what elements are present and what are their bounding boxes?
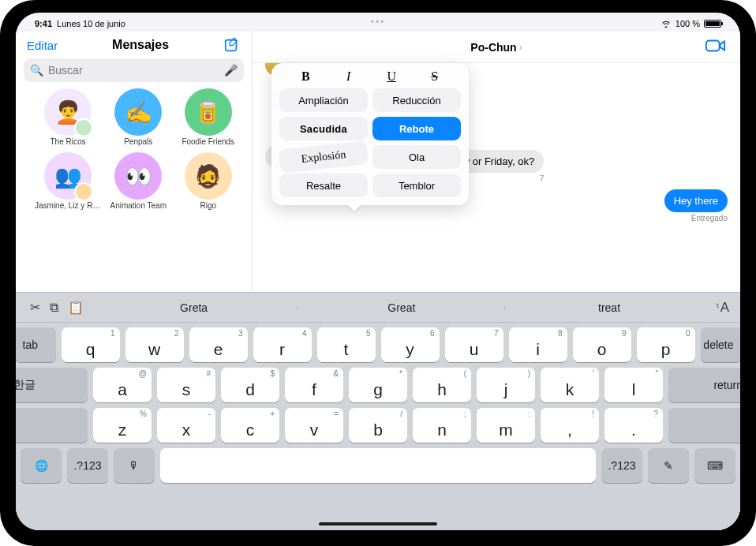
letter-key[interactable]: o9 xyxy=(573,327,631,362)
letter-key[interactable]: i8 xyxy=(509,327,567,362)
svg-rect-1 xyxy=(706,41,720,51)
compose-icon[interactable] xyxy=(223,36,241,54)
effect-button[interactable]: Ola xyxy=(372,145,461,169)
letter-key[interactable]: x- xyxy=(157,408,215,443)
letter-key[interactable]: t5 xyxy=(317,327,376,362)
status-time: 9:41 xyxy=(35,19,52,28)
letter-key[interactable]: l" xyxy=(604,368,663,402)
letter-key[interactable]: ,! xyxy=(541,408,599,443)
globe-key[interactable]: 🌐 xyxy=(21,448,62,483)
return-key[interactable]: return xyxy=(668,368,740,402)
shift-key[interactable]: shift xyxy=(16,408,88,443)
tab-key[interactable]: tab xyxy=(16,327,56,362)
dismiss-keyboard-key[interactable]: ⌨ xyxy=(694,448,735,483)
facetime-icon[interactable] xyxy=(705,38,726,54)
numsym-key[interactable]: .?123 xyxy=(67,448,108,483)
letter-key[interactable]: j) xyxy=(477,368,535,402)
letter-key[interactable]: d$ xyxy=(221,368,279,402)
bold-button[interactable]: B xyxy=(294,69,317,84)
search-bar[interactable]: 🔍 🎤 xyxy=(24,58,244,82)
pinned-contact[interactable]: 👀 Animation Team xyxy=(106,152,171,210)
contact-label: The Ricos xyxy=(50,137,85,146)
onscreen-keyboard: ✂ ⧉ 📋 Greta Great treat ᵗA tab q1w2e3r4t… xyxy=(16,292,740,530)
letter-key[interactable]: p0 xyxy=(637,327,695,362)
delete-key[interactable]: delete xyxy=(701,327,741,362)
pinned-contacts-grid: 🧑‍🦱 The Ricos ✍️ Penpals 🥫 Foodie Friend… xyxy=(16,88,252,210)
text-format-icon[interactable]: ᵗA xyxy=(717,300,729,316)
letter-key[interactable]: s# xyxy=(157,368,215,402)
letter-key[interactable]: n; xyxy=(413,408,471,443)
text-effects-popover: B I U S AmpliaciónReducciónSacudidaRebot… xyxy=(271,63,469,205)
pinned-contact[interactable]: 🧔 Rigo xyxy=(176,152,241,210)
letter-key[interactable]: w2 xyxy=(125,327,184,362)
contact-label: Foodie Friends xyxy=(182,137,234,146)
effect-button[interactable]: Explosión xyxy=(279,140,369,174)
effect-button[interactable]: Resalte xyxy=(279,174,368,197)
search-input[interactable] xyxy=(48,64,219,77)
battery-pct: 100 % xyxy=(676,19,700,28)
letter-key[interactable]: a@ xyxy=(93,368,152,402)
letter-key[interactable]: r4 xyxy=(253,327,312,362)
conversation-title[interactable]: Po-Chun › xyxy=(470,41,522,54)
letter-key[interactable]: y6 xyxy=(381,327,440,362)
wifi-icon xyxy=(661,20,672,28)
chevron-right-icon: › xyxy=(519,42,522,53)
letter-key[interactable]: b/ xyxy=(349,408,407,443)
letter-key[interactable]: g* xyxy=(349,368,407,402)
contact-label: Penpals xyxy=(124,137,152,146)
letter-key[interactable]: h( xyxy=(413,368,471,402)
letter-key[interactable]: e3 xyxy=(189,327,248,362)
italic-button[interactable]: I xyxy=(337,69,361,84)
sidebar-title: Mensajes xyxy=(112,38,169,52)
effect-button[interactable]: Rebote xyxy=(372,117,461,140)
underline-button[interactable]: U xyxy=(380,69,403,84)
search-icon: 🔍 xyxy=(30,64,43,77)
copy-icon[interactable]: ⧉ xyxy=(47,301,62,315)
effect-button[interactable]: Ampliación xyxy=(279,88,368,112)
outgoing-bubble[interactable]: Hey there xyxy=(664,189,728,212)
suggestion[interactable]: treat xyxy=(505,301,713,314)
contact-label: Rigo xyxy=(200,201,216,210)
effect-button[interactable]: Sacudida xyxy=(279,117,368,140)
mic-icon[interactable]: 🎤 xyxy=(224,64,238,77)
contact-name: Po-Chun xyxy=(470,41,516,54)
edit-button[interactable]: Editar xyxy=(27,39,58,52)
home-indicator[interactable] xyxy=(319,522,437,525)
suggestion[interactable]: Great xyxy=(298,301,505,314)
cut-icon[interactable]: ✂ xyxy=(27,300,43,315)
multitask-dots-icon[interactable]: ••• xyxy=(371,17,386,28)
pinned-contact[interactable]: 🧑‍🦱 The Ricos xyxy=(35,88,101,146)
battery-icon xyxy=(704,20,721,28)
dictation-key[interactable]: 🎙 xyxy=(114,448,155,483)
status-date: Lunes 10 de junio xyxy=(57,19,125,28)
letter-key[interactable]: f& xyxy=(285,368,343,402)
pinned-contact[interactable]: ✍️ Penpals xyxy=(106,88,171,146)
suggestion[interactable]: Greta xyxy=(90,301,298,314)
letter-key[interactable]: z% xyxy=(93,408,152,443)
shift-key[interactable]: shift xyxy=(668,408,740,443)
letter-key[interactable]: k' xyxy=(541,368,599,402)
letter-key[interactable]: m: xyxy=(477,408,535,443)
contact-label: Jasmine, Liz y Rigo xyxy=(35,201,101,210)
bubble-text: Hey there xyxy=(674,195,718,207)
numsym-key[interactable]: .?123 xyxy=(601,448,642,483)
delivery-status: Entregado xyxy=(664,214,728,223)
contact-label: Animation Team xyxy=(110,201,167,210)
pinned-contact[interactable]: 🥫 Foodie Friends xyxy=(176,88,241,146)
space-key[interactable] xyxy=(160,448,596,483)
bubble-text: w or Friday, ok? xyxy=(462,155,535,167)
effect-button[interactable]: Temblor xyxy=(372,174,461,197)
letter-key[interactable]: u7 xyxy=(445,327,503,362)
letter-key[interactable]: .? xyxy=(604,408,663,443)
handwriting-key[interactable]: ✎ xyxy=(648,448,689,483)
letter-key[interactable]: q1 xyxy=(62,327,120,362)
strikethrough-button[interactable]: S xyxy=(423,69,447,84)
effect-button[interactable]: Reducción xyxy=(372,88,461,112)
language-key[interactable]: 한글 xyxy=(16,368,88,402)
paste-icon[interactable]: 📋 xyxy=(65,300,87,315)
letter-key[interactable]: v= xyxy=(285,408,343,443)
quicktype-suggestions: Greta Great treat xyxy=(90,293,713,322)
pinned-contact[interactable]: 👥 Jasmine, Liz y Rigo xyxy=(35,152,101,210)
letter-key[interactable]: c+ xyxy=(221,408,279,443)
